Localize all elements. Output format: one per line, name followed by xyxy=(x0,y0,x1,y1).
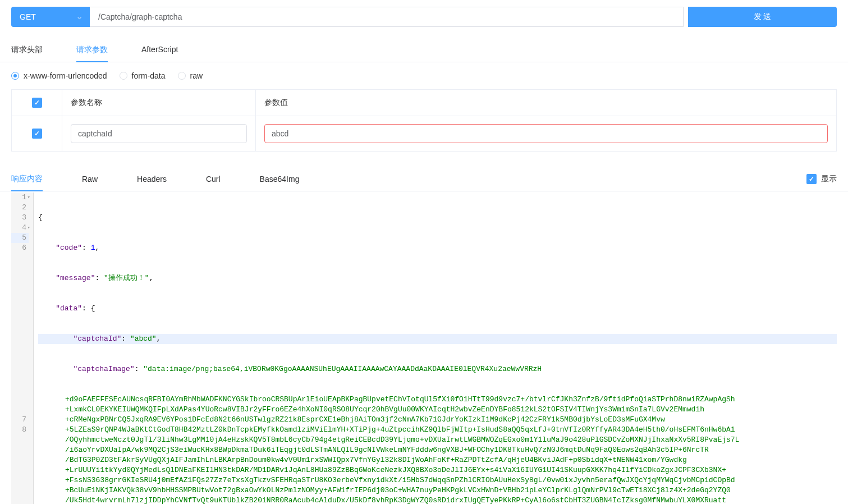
tab-response-content[interactable]: 响应内容 xyxy=(11,167,43,191)
param-name-input[interactable] xyxy=(71,124,247,143)
tab-request-headers[interactable]: 请求头部 xyxy=(11,38,43,62)
chevron-down-icon: ⌵ xyxy=(77,13,81,21)
http-method-value: GET xyxy=(20,12,36,21)
show-toggle[interactable]: 显示 xyxy=(806,174,837,184)
tab-response-headers[interactable]: Headers xyxy=(137,168,167,190)
header-name-cell: 参数名称 xyxy=(62,90,256,116)
checkbox-all[interactable] xyxy=(32,98,42,108)
tab-response-base64[interactable]: Base64Img xyxy=(260,168,300,190)
params-header-row: 参数名称 参数值 xyxy=(12,90,836,116)
header-value-cell: 参数值 xyxy=(256,90,836,116)
radio-icon xyxy=(120,72,127,80)
tab-response-curl[interactable]: Curl xyxy=(206,168,221,190)
code-content[interactable]: { "code": 1, "message": "操作成功！", "data":… xyxy=(34,193,837,504)
param-value-input[interactable] xyxy=(264,124,828,143)
http-method-select[interactable]: GET ⌵ xyxy=(11,7,90,27)
radio-icon xyxy=(178,72,186,80)
radio-formdata[interactable]: form-data xyxy=(120,71,166,80)
request-tabs: 请求头部 请求参数 AfterScript xyxy=(0,38,848,62)
radio-urlencoded[interactable]: x-www-form-urlencoded xyxy=(11,71,107,80)
response-tabs: 响应内容 Raw Headers Curl Base64Img 显示 xyxy=(0,167,848,191)
fold-icon[interactable]: ▾ xyxy=(27,193,30,203)
url-input[interactable] xyxy=(90,7,684,27)
body-type-radios: x-www-form-urlencoded form-data raw xyxy=(0,62,848,89)
show-checkbox xyxy=(806,174,817,184)
params-table: 参数名称 参数值 xyxy=(11,89,837,152)
params-row xyxy=(12,116,836,151)
tab-response-raw[interactable]: Raw xyxy=(82,168,98,190)
fold-icon[interactable]: ▾ xyxy=(27,223,30,233)
send-button[interactable]: 发 送 xyxy=(688,7,837,27)
radio-icon xyxy=(11,72,19,80)
tab-afterscript[interactable]: AfterScript xyxy=(141,38,178,62)
line-gutter: 1▾ 2 3 4▾ 5 6 7 8 xyxy=(11,193,34,504)
header-check-cell xyxy=(12,90,62,116)
row-checkbox[interactable] xyxy=(32,129,42,139)
response-editor[interactable]: 1▾ 2 3 4▾ 5 6 7 8 { "code": 1, "message"… xyxy=(11,193,837,504)
tab-request-params[interactable]: 请求参数 xyxy=(76,38,108,62)
radio-raw[interactable]: raw xyxy=(178,71,203,80)
